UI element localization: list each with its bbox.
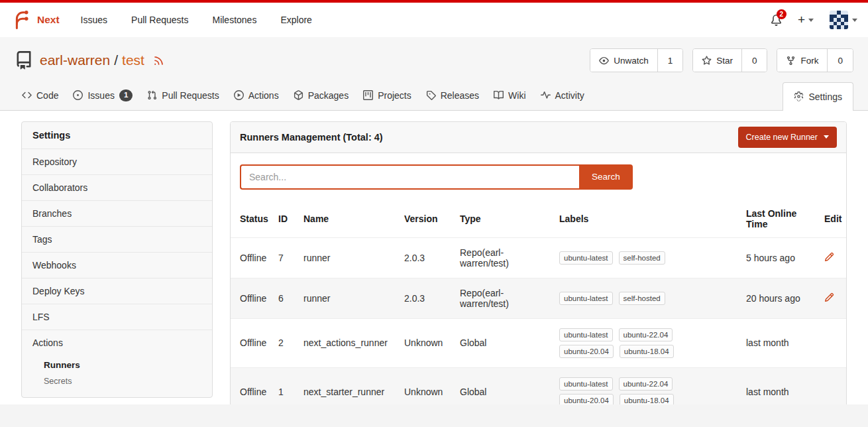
version-cell: 2.0.3 <box>399 237 455 278</box>
tab-projects[interactable]: Projects <box>356 81 419 110</box>
create-runner-label: Create new Runner <box>746 133 818 142</box>
column-header-labels: Labels <box>554 200 741 238</box>
nav-item-milestones[interactable]: Milestones <box>212 15 256 25</box>
fork-icon <box>786 56 796 66</box>
status-cell: Offline <box>231 318 273 367</box>
sidebar-subitem-secrets[interactable]: Secrets <box>22 373 212 389</box>
id-cell: 6 <box>273 278 298 318</box>
labels-list: ubuntu-latestubuntu-22.04ubuntu-20.04ubu… <box>559 377 688 404</box>
tab-issues[interactable]: Issues1 <box>66 81 140 110</box>
runner-row: Offline6runner2.0.3Repo(earl-warren/test… <box>231 278 847 318</box>
gear-icon <box>794 91 804 101</box>
column-header-edit: Edit <box>819 200 847 238</box>
navbar-links: IssuesPull RequestsMilestonesExplore <box>81 15 312 25</box>
tab-activity[interactable]: Activity <box>533 81 592 110</box>
last-online-cell: 5 hours ago <box>741 237 819 278</box>
sidebar-item-webhooks[interactable]: Webhooks <box>22 252 212 278</box>
chevron-down-icon <box>852 19 857 22</box>
sidebar-item-repository[interactable]: Repository <box>22 149 212 174</box>
runner-row: Offline7runner2.0.3Repo(earl-warren/test… <box>231 237 847 278</box>
forgejo-logo-icon[interactable] <box>11 10 30 30</box>
runner-label-badge: ubuntu-22.04 <box>619 377 673 391</box>
search-input[interactable] <box>240 164 579 190</box>
runner-label-badge: ubuntu-18.04 <box>620 345 674 358</box>
id-cell: 1 <box>273 367 298 404</box>
panel-title: Runners Management (Total: 4) <box>240 132 383 143</box>
pencil-icon <box>824 252 834 262</box>
sidebar-item-lfs[interactable]: LFS <box>22 304 212 330</box>
runners-table-body: Offline7runner2.0.3Repo(earl-warren/test… <box>231 237 847 404</box>
plus-icon: + <box>798 13 805 27</box>
star-button-group: Star0 <box>692 48 767 72</box>
star-count[interactable]: 0 <box>741 49 767 72</box>
unwatch-button[interactable]: Unwatch <box>590 49 657 72</box>
tab-pull-requests[interactable]: Pull Requests <box>140 81 226 110</box>
settings-menu: Settings RepositoryCollaboratorsBranches… <box>21 121 213 398</box>
name-cell: runner <box>298 278 399 318</box>
repo-actions: Unwatch1Star0Fork0 <box>590 48 853 72</box>
type-cell: Repo(earl-warren/test) <box>455 278 554 318</box>
sidebar-item-branches[interactable]: Branches <box>22 200 212 226</box>
labels-list: ubuntu-latestself-hosted <box>559 292 688 305</box>
name-cell: next_starter_runner <box>298 367 399 404</box>
user-menu[interactable] <box>830 11 857 29</box>
version-cell: 2.0.3 <box>399 278 455 318</box>
fork-label: Fork <box>800 56 818 66</box>
avatar <box>830 11 848 29</box>
sidebar-item-actions[interactable]: Actions <box>22 330 212 355</box>
version-cell: Unknown <box>399 367 455 404</box>
status-cell: Offline <box>231 237 273 278</box>
brand-link[interactable]: Next <box>37 14 60 26</box>
nav-item-pull-requests[interactable]: Pull Requests <box>131 15 188 25</box>
notifications-button[interactable]: 2 <box>771 15 782 26</box>
version-cell: Unknown <box>399 318 455 367</box>
runner-label-badge: ubuntu-latest <box>559 328 613 341</box>
tab-label: Projects <box>378 90 411 101</box>
sidebar-item-tags[interactable]: Tags <box>22 226 212 252</box>
last-online-cell: last month <box>741 318 819 367</box>
fork-button[interactable]: Fork <box>777 49 827 72</box>
fork-count[interactable]: 0 <box>827 49 853 72</box>
rss-feed-button[interactable] <box>151 55 164 66</box>
tab-label: Packages <box>308 90 349 101</box>
column-header-id: ID <box>273 200 298 238</box>
create-new-menu[interactable]: + <box>798 13 814 27</box>
tab-label: Wiki <box>508 90 525 101</box>
tab-actions[interactable]: Actions <box>227 81 286 110</box>
nav-item-issues[interactable]: Issues <box>81 15 107 25</box>
eye-icon <box>599 56 609 66</box>
sidebar-subitem-runners[interactable]: Runners <box>22 357 212 373</box>
repo-name-link[interactable]: test <box>122 52 144 68</box>
tab-code[interactable]: Code <box>15 81 66 110</box>
sidebar-item-collaborators[interactable]: Collaborators <box>22 174 212 200</box>
runner-label-badge: ubuntu-latest <box>559 292 613 305</box>
tab-releases[interactable]: Releases <box>419 81 486 110</box>
create-runner-button[interactable]: Create new Runner <box>738 127 837 148</box>
search-button[interactable]: Search <box>579 164 633 190</box>
edit-runner-button[interactable] <box>824 252 834 262</box>
labels-cell: ubuntu-latestself-hosted <box>554 237 741 278</box>
edit-cell <box>819 367 847 404</box>
rss-icon <box>153 55 164 66</box>
labels-cell: ubuntu-latestubuntu-22.04ubuntu-20.04ubu… <box>554 318 741 367</box>
tab-settings[interactable]: Settings <box>783 82 853 111</box>
sidebar-item-deploy-keys[interactable]: Deploy Keys <box>22 278 212 304</box>
edit-cell <box>819 237 847 278</box>
tab-label: Actions <box>248 90 279 101</box>
star-button[interactable]: Star <box>693 49 741 72</box>
tab-packages[interactable]: Packages <box>286 81 356 110</box>
runners-table: StatusIDNameVersionTypeLabelsLast Online… <box>231 200 847 404</box>
edit-cell <box>819 318 847 367</box>
fork-button-group: Fork0 <box>777 48 853 72</box>
column-header-name: Name <box>298 200 399 238</box>
edit-runner-button[interactable] <box>824 292 834 302</box>
unwatch-count[interactable]: 1 <box>657 49 683 72</box>
nav-item-explore[interactable]: Explore <box>280 15 311 25</box>
repo-owner-link[interactable]: earl-warren <box>40 52 110 68</box>
runners-panel: Runners Management (Total: 4) Create new… <box>230 121 847 404</box>
tab-wiki[interactable]: Wiki <box>486 81 533 110</box>
chevron-down-icon <box>808 19 814 22</box>
labels-cell: ubuntu-latestubuntu-22.04ubuntu-20.04ubu… <box>554 367 741 404</box>
play-icon <box>234 90 244 100</box>
page: Next IssuesPull RequestsMilestonesExplor… <box>0 0 868 427</box>
